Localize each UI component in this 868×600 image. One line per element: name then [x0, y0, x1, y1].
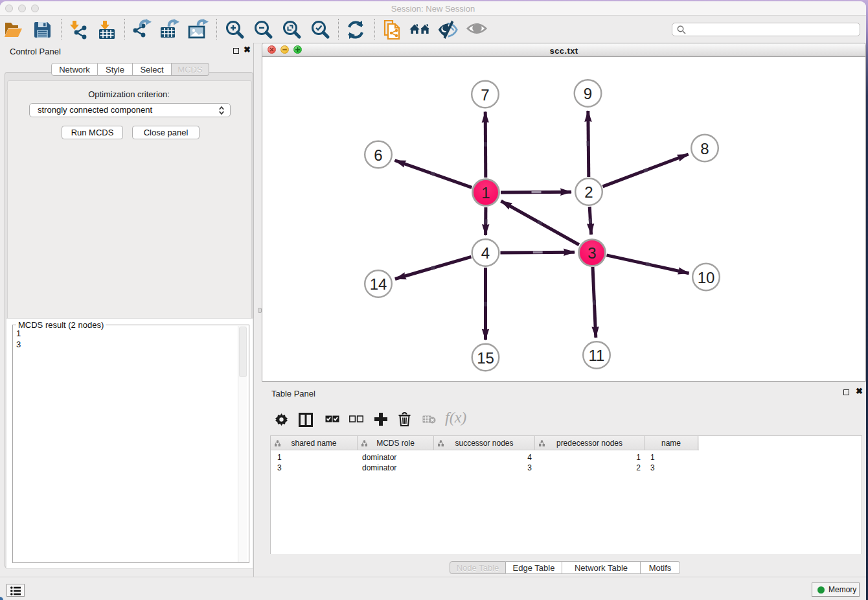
svg-text:1: 1: [481, 184, 490, 202]
svg-text:4: 4: [481, 244, 490, 262]
svg-text:15: 15: [477, 349, 494, 367]
svg-text:8: 8: [700, 140, 709, 157]
svg-text:9: 9: [584, 85, 592, 102]
svg-text:14: 14: [370, 275, 387, 293]
svg-text:7: 7: [481, 86, 489, 104]
svg-text:11: 11: [589, 347, 605, 364]
svg-text:2: 2: [584, 183, 593, 201]
svg-text:10: 10: [698, 269, 715, 286]
svg-text:6: 6: [374, 146, 382, 164]
svg-text:3: 3: [588, 244, 596, 262]
